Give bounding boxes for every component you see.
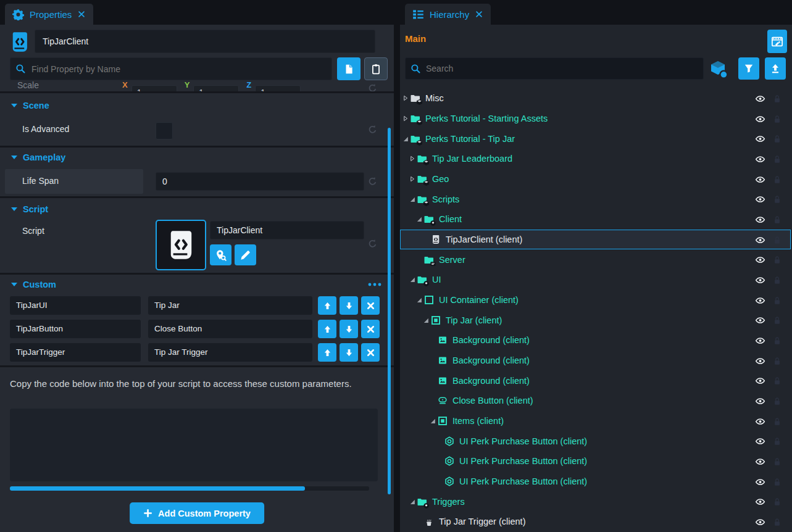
visibility-eye-icon[interactable] [754,194,766,204]
visibility-eye-icon[interactable] [754,296,766,305]
tree-row[interactable]: Server [400,249,791,270]
move-up-button[interactable] [318,296,336,315]
move-down-button[interactable] [340,320,358,338]
tree-row[interactable]: Background (client) [400,330,791,351]
move-up-button[interactable] [318,343,336,362]
delete-button[interactable] [361,320,380,338]
tree-row[interactable]: Close Button (client) [400,391,791,411]
script-name-field[interactable] [210,221,364,239]
scene-settings-button[interactable] [767,30,787,53]
section-header-scene[interactable]: Scene [0,98,394,114]
expand-arrow-icon[interactable] [402,94,409,102]
hierarchy-search-input[interactable] [405,57,704,80]
lock-icon[interactable] [773,477,782,487]
lock-icon[interactable] [773,235,782,245]
visibility-eye-icon[interactable] [754,457,766,467]
move-up-button[interactable] [318,320,336,338]
tree-row[interactable]: Perks Tutorial - Starting Assets [400,109,791,129]
tree-row[interactable]: Scripts [400,189,791,209]
lock-icon[interactable] [773,215,782,225]
lock-icon[interactable] [773,315,782,325]
tree-row[interactable]: Background (client) [400,370,791,391]
paste-properties-button[interactable] [364,57,388,80]
custom-property-name[interactable]: TipJarUI [10,296,141,315]
object-name-field[interactable] [35,30,375,53]
visibility-eye-icon[interactable] [754,356,766,366]
tree-row[interactable]: Triggers [400,491,791,512]
custom-property-value[interactable]: Tip Jar Trigger [148,343,312,362]
vertical-scrollbar-thumb[interactable] [388,128,391,494]
visibility-eye-icon[interactable] [754,315,766,325]
find-script-button[interactable] [210,244,231,265]
lock-icon[interactable] [773,114,782,124]
more-options-icon[interactable] [368,280,381,289]
section-header-script[interactable]: Script [0,201,394,217]
tab-properties[interactable]: Properties [5,4,93,25]
collapse-arrow-icon[interactable] [409,276,416,283]
export-button[interactable] [765,57,786,80]
expand-arrow-icon[interactable] [409,175,416,183]
tree-row[interactable]: Perks Tutorial - Tip Jar [400,128,791,149]
custom-property-value[interactable]: Close Button [148,320,312,338]
lock-icon[interactable] [773,336,782,346]
lock-icon[interactable] [773,356,782,366]
reset-icon[interactable] [367,124,378,135]
add-custom-property-button[interactable]: Add Custom Property [130,502,264,524]
section-header-custom[interactable]: Custom [0,276,394,293]
tree-row[interactable]: UI Perk Purchase Button (client) [400,451,791,472]
tree-row[interactable]: Tip Jar Leaderboard [400,149,791,169]
tree-row[interactable]: Tip Jar (client) [400,310,791,330]
lock-icon[interactable] [773,255,782,265]
lock-icon[interactable] [773,194,782,204]
lock-icon[interactable] [773,457,782,467]
custom-property-value[interactable]: Tip Jar [148,296,312,315]
is-advanced-checkbox[interactable] [156,122,173,139]
lock-icon[interactable] [773,94,782,104]
custom-code-block[interactable] [10,409,378,481]
visibility-eye-icon[interactable] [754,215,766,225]
visibility-eye-icon[interactable] [754,255,766,265]
custom-property-name[interactable]: TipJarButton [10,320,141,338]
move-down-button[interactable] [340,296,358,315]
tree-row[interactable]: Tip Jar Trigger (client) [400,512,791,532]
reset-icon[interactable] [367,238,378,249]
visibility-eye-icon[interactable] [754,497,766,507]
visibility-eye-icon[interactable] [754,275,766,285]
custom-property-name[interactable]: TipJarTrigger [10,343,141,362]
lock-icon[interactable] [773,376,782,386]
visibility-eye-icon[interactable] [754,376,766,386]
move-down-button[interactable] [340,343,358,362]
visibility-eye-icon[interactable] [754,396,766,406]
collapse-arrow-icon[interactable] [409,498,416,505]
tree-row[interactable]: Misc [400,88,791,109]
lock-icon[interactable] [773,134,782,144]
lock-icon[interactable] [773,436,782,446]
delete-button[interactable] [361,343,380,362]
visibility-eye-icon[interactable] [754,154,766,164]
tree-row[interactable]: UI Perk Purchase Button (client) [400,431,791,451]
lock-icon[interactable] [773,417,782,426]
close-icon[interactable] [77,10,86,19]
expand-arrow-icon[interactable] [409,155,416,162]
lock-icon[interactable] [773,175,782,185]
find-property-input[interactable] [10,57,332,80]
collapse-arrow-icon[interactable] [422,317,430,324]
visibility-eye-icon[interactable] [754,436,766,446]
visibility-eye-icon[interactable] [754,417,766,426]
lock-icon[interactable] [773,396,782,406]
visibility-eye-icon[interactable] [754,517,766,527]
visibility-eye-icon[interactable] [754,134,766,144]
collapse-arrow-icon[interactable] [429,417,436,425]
visibility-eye-icon[interactable] [754,336,766,346]
filter-button[interactable] [738,57,759,80]
tree-row[interactable]: Client [400,209,791,230]
visibility-eye-icon[interactable] [754,175,766,185]
delete-button[interactable] [361,296,380,315]
collapse-arrow-icon[interactable] [402,135,409,143]
edit-script-button[interactable] [235,244,256,265]
tree-row[interactable]: Background (client) [400,351,791,371]
visibility-eye-icon[interactable] [754,114,766,124]
tree-row[interactable]: UI Container (client) [400,290,791,310]
tree-row[interactable]: TipJarClient (client) [400,230,791,250]
scrollbar-thumb[interactable] [10,486,305,491]
